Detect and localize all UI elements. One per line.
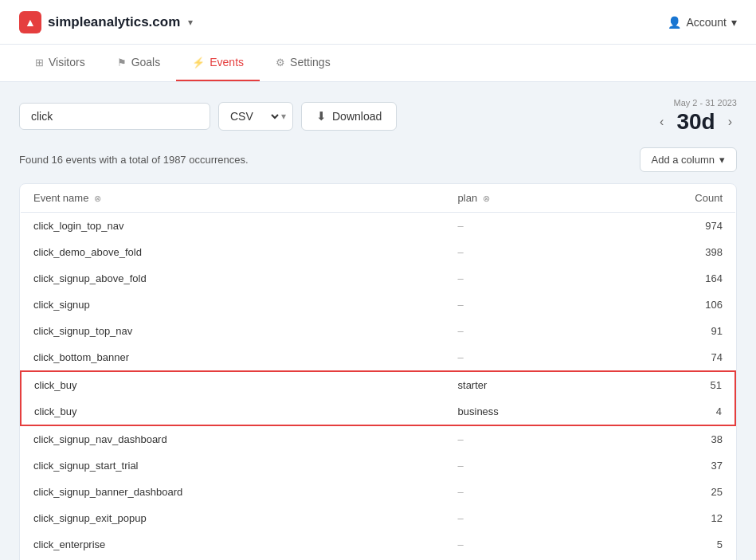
- plan-cell: business: [445, 398, 606, 425]
- nav-label-settings: Settings: [290, 56, 331, 69]
- format-select-wrapper: CSV JSON ▾: [218, 102, 293, 131]
- toolbar-left: CSV JSON ▾ ⬇ Download: [19, 102, 397, 131]
- site-name: simpleanalytics.com: [48, 14, 180, 30]
- event-name-cell: click_signup_banner_dashboard: [21, 479, 445, 505]
- header: ▲ simpleanalytics.com ▾ 👤 Account ▾: [0, 0, 756, 45]
- count-cell: 12: [606, 505, 735, 531]
- table-row[interactable]: click_signup_nav_dashboard – 38: [21, 425, 735, 452]
- table-row[interactable]: click_buy business 4: [21, 398, 735, 425]
- event-name-cell: click_buy: [21, 371, 445, 398]
- count-cell: 51: [606, 371, 735, 398]
- date-period: 30d: [676, 109, 715, 135]
- plan-cell: –: [445, 213, 606, 240]
- event-name-cell: click_signup_top_nav: [21, 318, 445, 344]
- col-header-plan: plan ⊗: [445, 184, 606, 213]
- plan-cell: –: [445, 344, 606, 371]
- format-dropdown-icon: ▾: [281, 111, 292, 122]
- event-name-cell: click_signup_above_fold: [21, 265, 445, 292]
- event-name-cell: click_enterprise: [21, 531, 445, 558]
- event-name-cell: click_demo_above_fold: [21, 239, 445, 265]
- date-label: May 2 - 31 2023: [674, 98, 738, 108]
- count-cell: 164: [606, 265, 735, 292]
- search-input[interactable]: [19, 103, 210, 130]
- table-row[interactable]: click_login_top_nav – 974: [21, 213, 735, 240]
- site-dropdown-icon[interactable]: ▾: [188, 17, 193, 28]
- event-name-cell: click_signup: [21, 292, 445, 318]
- format-select[interactable]: CSV JSON: [219, 103, 281, 130]
- nav-item-settings[interactable]: ⚙ Settings: [260, 45, 347, 81]
- event-name-cell: click_signup_exit_popup: [21, 505, 445, 531]
- main-content: CSV JSON ▾ ⬇ Download May 2 - 31 2023 ‹ …: [0, 82, 756, 560]
- count-cell: 91: [606, 318, 735, 344]
- account-label: Account: [686, 16, 727, 29]
- nav: ⊞ Visitors ⚑ Goals ⚡ Events ⚙ Settings: [0, 45, 756, 82]
- logo-icon: ▲: [19, 11, 41, 33]
- count-cell: 38: [606, 425, 735, 452]
- table-row[interactable]: click_signup_start_trial – 37: [21, 452, 735, 479]
- plan-cell: –: [445, 318, 606, 344]
- nav-label-goals: Goals: [131, 56, 161, 69]
- plan-cell: –: [445, 531, 606, 558]
- count-cell: 25: [606, 479, 735, 505]
- event-name-cell: click_signup_start_trial: [21, 452, 445, 479]
- plan-cell: –: [445, 452, 606, 479]
- next-period-button[interactable]: ›: [723, 113, 737, 131]
- nav-label-events: Events: [210, 56, 244, 69]
- toolbar: CSV JSON ▾ ⬇ Download May 2 - 31 2023 ‹ …: [19, 98, 737, 135]
- nav-label-visitors: Visitors: [49, 56, 85, 69]
- header-left: ▲ simpleanalytics.com ▾: [19, 11, 193, 33]
- count-cell: 5: [606, 531, 735, 558]
- settings-icon: ⚙: [276, 57, 285, 69]
- count-cell: 74: [606, 344, 735, 371]
- count-cell: 4: [606, 398, 735, 425]
- count-cell: 37: [606, 452, 735, 479]
- table-row[interactable]: click_signup_above_fold – 164: [21, 265, 735, 292]
- col-header-count: Count: [606, 184, 735, 213]
- event-name-filter-icon[interactable]: ⊗: [94, 194, 101, 203]
- plan-cell: starter: [445, 371, 606, 398]
- table-row[interactable]: click_bottom_banner – 74: [21, 344, 735, 371]
- add-column-button[interactable]: Add a column ▾: [640, 147, 738, 172]
- download-icon: ⬇: [316, 109, 327, 123]
- col-header-event-name: Event name ⊗: [21, 184, 445, 213]
- nav-item-visitors[interactable]: ⊞ Visitors: [19, 45, 101, 81]
- count-cell: 398: [606, 239, 735, 265]
- event-name-cell: click_bottom_banner: [21, 344, 445, 371]
- plan-cell: –: [445, 265, 606, 292]
- plan-cell: –: [445, 292, 606, 318]
- table-row[interactable]: click_signup – 106: [21, 292, 735, 318]
- date-nav: ‹ 30d ›: [655, 109, 737, 135]
- plan-cell: –: [445, 479, 606, 505]
- event-name-cell: click_buy: [21, 398, 445, 425]
- table-row[interactable]: click_enterprise – 5: [21, 531, 735, 558]
- add-column-icon: ▾: [719, 154, 725, 166]
- table-row[interactable]: click_signup_banner_dashboard – 25: [21, 479, 735, 505]
- table-header-row: Event name ⊗ plan ⊗ Count: [21, 184, 735, 213]
- add-column-label: Add a column: [652, 154, 715, 166]
- plan-cell: –: [445, 505, 606, 531]
- plan-cell: –: [445, 239, 606, 265]
- nav-item-events[interactable]: ⚡ Events: [176, 45, 260, 81]
- table-row[interactable]: click_signup_exit_popup – 12: [21, 505, 735, 531]
- events-icon: ⚡: [192, 57, 205, 69]
- goals-icon: ⚑: [117, 57, 127, 69]
- download-button[interactable]: ⬇ Download: [301, 102, 397, 131]
- account-dropdown-icon: ▾: [731, 16, 737, 29]
- date-range: May 2 - 31 2023 ‹ 30d ›: [655, 98, 737, 135]
- prev-period-button[interactable]: ‹: [655, 113, 668, 131]
- nav-item-goals[interactable]: ⚑ Goals: [101, 45, 177, 81]
- event-name-cell: click_login_top_nav: [21, 213, 445, 240]
- count-cell: 106: [606, 292, 735, 318]
- account-user-icon: 👤: [668, 16, 681, 29]
- account-button[interactable]: 👤 Account ▾: [668, 16, 737, 29]
- visitors-icon: ⊞: [35, 57, 44, 69]
- table-row[interactable]: click_signup_top_nav – 91: [21, 318, 735, 344]
- table-row[interactable]: click_buy starter 51: [21, 371, 735, 398]
- count-cell: 974: [606, 213, 735, 240]
- events-table-container: Event name ⊗ plan ⊗ Count click_login_to…: [19, 183, 737, 560]
- plan-filter-icon[interactable]: ⊗: [483, 194, 490, 203]
- table-row[interactable]: click_demo_above_fold – 398: [21, 239, 735, 265]
- event-name-cell: click_signup_nav_dashboard: [21, 425, 445, 452]
- summary-bar: Found 16 events with a total of 1987 occ…: [19, 147, 737, 172]
- plan-cell: –: [445, 425, 606, 452]
